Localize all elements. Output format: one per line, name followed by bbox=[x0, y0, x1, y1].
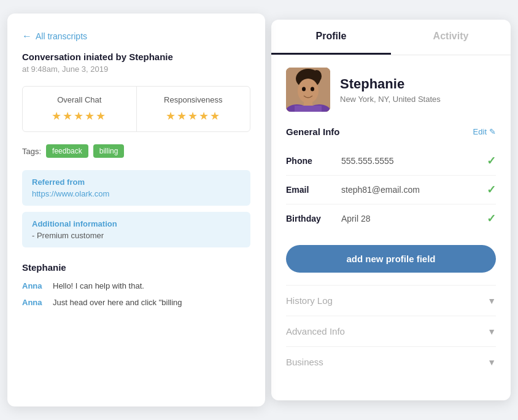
conversation-title: Conversation iniated by Stephanie bbox=[22, 52, 250, 62]
profile-header: Stephanie New York, NY, United States bbox=[286, 68, 496, 112]
tag-feedback[interactable]: feedback bbox=[46, 144, 88, 158]
profile-name: Stephanie bbox=[340, 76, 441, 92]
field-birthday-value: April 28 bbox=[341, 214, 487, 224]
additional-info-block: Additional information - Premium custome… bbox=[22, 212, 250, 247]
field-email-label: Email bbox=[286, 185, 341, 195]
referred-from-title: Referred from bbox=[32, 177, 241, 187]
chat-text-2: Just head over here and click "billing bbox=[53, 298, 182, 307]
rating-overall-label: Overall Chat bbox=[33, 95, 126, 104]
field-birthday-label: Birthday bbox=[286, 214, 341, 224]
business-label: Business bbox=[286, 357, 323, 367]
svg-point-9 bbox=[311, 87, 314, 91]
tags-row: Tags: feedback billing bbox=[22, 144, 250, 158]
tags-label: Tags: bbox=[22, 147, 41, 156]
field-email-value: steph81@email.com bbox=[341, 185, 487, 195]
advanced-info-chevron-icon: ▼ bbox=[487, 327, 496, 336]
back-link[interactable]: ← All transcripts bbox=[22, 31, 250, 42]
advanced-info-label: Advanced Info bbox=[286, 326, 345, 336]
chat-author-1: Anna bbox=[22, 281, 45, 290]
field-phone: Phone 555.555.5555 ✓ bbox=[286, 147, 496, 176]
field-phone-label: Phone bbox=[286, 156, 341, 166]
rating-overall: Overall Chat ★★★★★ bbox=[23, 87, 137, 131]
field-phone-value: 555.555.5555 bbox=[341, 156, 487, 166]
field-birthday-check: ✓ bbox=[487, 212, 496, 225]
svg-point-3 bbox=[298, 79, 319, 103]
rating-overall-stars: ★★★★★ bbox=[33, 109, 126, 123]
back-arrow-icon: ← bbox=[22, 31, 32, 42]
profile-info: Stephanie New York, NY, United States bbox=[340, 76, 441, 104]
ratings-bar: Overall Chat ★★★★★ Responsiveness ★★★★★ bbox=[22, 86, 250, 132]
avatar bbox=[286, 68, 330, 112]
field-birthday: Birthday April 28 ✓ bbox=[286, 204, 496, 233]
svg-rect-7 bbox=[295, 106, 322, 112]
history-log-collapsible[interactable]: History Log ▼ bbox=[286, 285, 496, 316]
transcript-panel: ← All transcripts Conversation iniated b… bbox=[7, 14, 265, 406]
additional-info-text: - Premium customer bbox=[32, 231, 241, 240]
chat-message-2: Anna Just head over here and click "bill… bbox=[22, 298, 250, 307]
profile-location: New York, NY, United States bbox=[340, 95, 441, 104]
rating-responsiveness-stars: ★★★★★ bbox=[147, 109, 241, 123]
avatar-image bbox=[286, 68, 330, 112]
history-log-label: History Log bbox=[286, 295, 333, 306]
edit-label: Edit bbox=[473, 127, 487, 136]
profile-panel: Profile Activity bbox=[271, 20, 511, 400]
info-fields: Phone 555.555.5555 ✓ Email steph81@email… bbox=[286, 147, 496, 233]
tab-activity[interactable]: Activity bbox=[391, 20, 511, 55]
chat-message-1: Anna Hello! I can help with that. bbox=[22, 281, 250, 290]
general-info-title: General Info bbox=[286, 126, 340, 137]
field-email: Email steph81@email.com ✓ bbox=[286, 176, 496, 204]
svg-point-8 bbox=[302, 87, 306, 91]
business-chevron-icon: ▼ bbox=[487, 357, 496, 367]
edit-link[interactable]: Edit ✎ bbox=[473, 127, 496, 136]
general-info-header: General Info Edit ✎ bbox=[286, 126, 496, 137]
referred-from-text[interactable]: https://www.olark.com bbox=[32, 189, 241, 198]
tab-profile[interactable]: Profile bbox=[271, 20, 391, 55]
rating-responsiveness: Responsiveness ★★★★★ bbox=[137, 87, 250, 131]
referred-from-block: Referred from https://www.olark.com bbox=[22, 170, 250, 206]
history-log-chevron-icon: ▼ bbox=[487, 296, 496, 306]
add-field-button[interactable]: add new profile field bbox=[286, 245, 496, 273]
additional-info-title: Additional information bbox=[32, 219, 241, 228]
advanced-info-collapsible[interactable]: Advanced Info ▼ bbox=[286, 316, 496, 346]
profile-body: Stephanie New York, NY, United States Ge… bbox=[271, 55, 511, 399]
tag-billing[interactable]: billing bbox=[93, 144, 125, 158]
business-collapsible[interactable]: Business ▼ bbox=[286, 346, 496, 377]
chat-text-1: Hello! I can help with that. bbox=[53, 281, 144, 290]
chat-user-name: Stephanie bbox=[22, 262, 250, 273]
chat-section: Stephanie Anna Hello! I can help with th… bbox=[22, 262, 250, 307]
edit-pencil-icon: ✎ bbox=[489, 127, 496, 136]
conversation-date: at 9:48am, June 3, 2019 bbox=[22, 64, 250, 74]
field-email-check: ✓ bbox=[487, 183, 496, 196]
rating-responsiveness-label: Responsiveness bbox=[147, 95, 241, 104]
chat-author-2: Anna bbox=[22, 298, 45, 307]
back-link-label: All transcripts bbox=[36, 31, 87, 41]
tabs: Profile Activity bbox=[271, 20, 511, 55]
field-phone-check: ✓ bbox=[487, 154, 496, 168]
